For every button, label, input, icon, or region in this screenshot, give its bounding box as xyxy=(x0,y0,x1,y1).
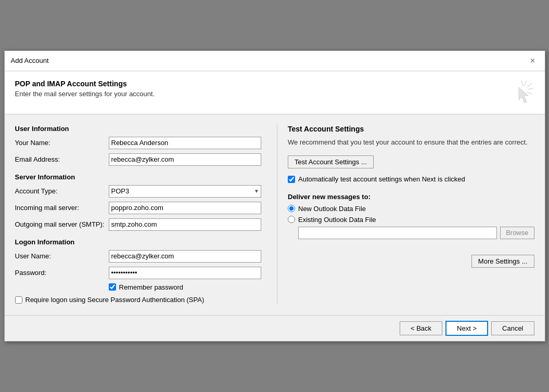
test-settings-title: Test Account Settings xyxy=(288,125,534,133)
existing-file-radio[interactable] xyxy=(288,216,295,223)
your-name-row: Your Name: xyxy=(15,137,262,149)
more-settings-button[interactable]: More Settings ... xyxy=(471,255,534,268)
test-settings-description: We recommend that you test your account … xyxy=(288,137,534,148)
test-account-settings-button[interactable]: Test Account Settings ... xyxy=(288,155,374,168)
header-subtitle: Enter the mail server settings for your … xyxy=(15,90,155,98)
outgoing-server-label: Outgoing mail server (SMTP): xyxy=(15,220,109,228)
incoming-server-input[interactable] xyxy=(109,202,262,214)
user-info-title: User Information xyxy=(15,125,262,133)
outgoing-server-input[interactable] xyxy=(109,218,262,231)
incoming-server-label: Incoming mail server: xyxy=(15,204,109,212)
existing-file-radio-row: Existing Outlook Data File xyxy=(288,216,534,224)
account-type-row: Account Type: POP3 IMAP ▼ xyxy=(15,185,262,198)
browse-button[interactable]: Browse xyxy=(500,227,534,239)
svg-line-3 xyxy=(527,93,532,94)
auto-test-row: Automatically test account settings when… xyxy=(288,175,534,184)
incoming-server-row: Incoming mail server: xyxy=(15,202,262,214)
cursor-svg xyxy=(508,78,534,107)
email-label: Email Address: xyxy=(15,155,109,163)
server-info-title: Server Information xyxy=(15,173,262,181)
next-button[interactable]: Next > xyxy=(445,321,488,336)
svg-line-2 xyxy=(528,88,533,89)
svg-line-1 xyxy=(527,83,532,87)
new-file-radio[interactable] xyxy=(288,205,295,212)
remember-password-row: Remember password xyxy=(109,283,262,291)
svg-marker-5 xyxy=(519,87,528,103)
logon-title: Logon Information xyxy=(15,238,262,246)
account-type-select[interactable]: POP3 IMAP xyxy=(109,185,262,198)
auto-test-label[interactable]: Automatically test account settings when… xyxy=(298,175,465,184)
browse-row: Browse xyxy=(298,227,534,239)
header-title: POP and IMAP Account Settings xyxy=(15,80,155,88)
header-section: POP and IMAP Account Settings Enter the … xyxy=(5,71,545,114)
spa-row: Require logon using Secure Password Auth… xyxy=(15,295,262,305)
your-name-input[interactable] xyxy=(109,137,262,149)
username-label: User Name: xyxy=(15,252,109,260)
svg-line-0 xyxy=(524,81,527,86)
outgoing-server-row: Outgoing mail server (SMTP): xyxy=(15,218,262,231)
back-button[interactable]: < Back xyxy=(400,321,442,335)
wizard-icon xyxy=(508,80,534,106)
dialog-title: Add Account xyxy=(11,57,49,64)
left-panel: User Information Your Name: Email Addres… xyxy=(15,125,262,305)
new-file-radio-row: New Outlook Data File xyxy=(288,205,534,213)
password-row: Password: xyxy=(15,267,262,279)
spa-checkbox[interactable] xyxy=(15,296,22,304)
right-panel: Test Account Settings We recommend that … xyxy=(277,125,534,305)
cancel-button[interactable]: Cancel xyxy=(491,321,534,335)
browse-input[interactable] xyxy=(298,227,497,239)
remember-password-checkbox[interactable] xyxy=(109,283,116,291)
footer: < Back Next > Cancel xyxy=(5,315,545,341)
email-input[interactable] xyxy=(109,153,262,166)
title-bar: Add Account × xyxy=(5,51,545,71)
remember-password-label[interactable]: Remember password xyxy=(119,283,184,291)
username-input[interactable] xyxy=(109,250,262,263)
more-settings-row: More Settings ... xyxy=(288,255,534,268)
close-button[interactable]: × xyxy=(527,55,539,67)
account-type-wrapper: POP3 IMAP ▼ xyxy=(109,185,262,198)
existing-file-label[interactable]: Existing Outlook Data File xyxy=(298,216,376,224)
auto-test-checkbox[interactable] xyxy=(288,176,295,183)
new-file-label[interactable]: New Outlook Data File xyxy=(298,205,366,213)
password-label: Password: xyxy=(15,269,109,277)
content-area: User Information Your Name: Email Addres… xyxy=(5,114,545,315)
email-row: Email Address: xyxy=(15,153,262,166)
spa-label[interactable]: Require logon using Secure Password Auth… xyxy=(25,295,205,305)
your-name-label: Your Name: xyxy=(15,139,109,147)
svg-line-4 xyxy=(521,81,523,86)
username-row: User Name: xyxy=(15,250,262,263)
password-input[interactable] xyxy=(109,267,262,279)
deliver-title: Deliver new messages to: xyxy=(288,193,534,201)
header-text: POP and IMAP Account Settings Enter the … xyxy=(15,80,155,98)
account-type-label: Account Type: xyxy=(15,187,109,195)
add-account-dialog: Add Account × POP and IMAP Account Setti… xyxy=(4,50,545,342)
